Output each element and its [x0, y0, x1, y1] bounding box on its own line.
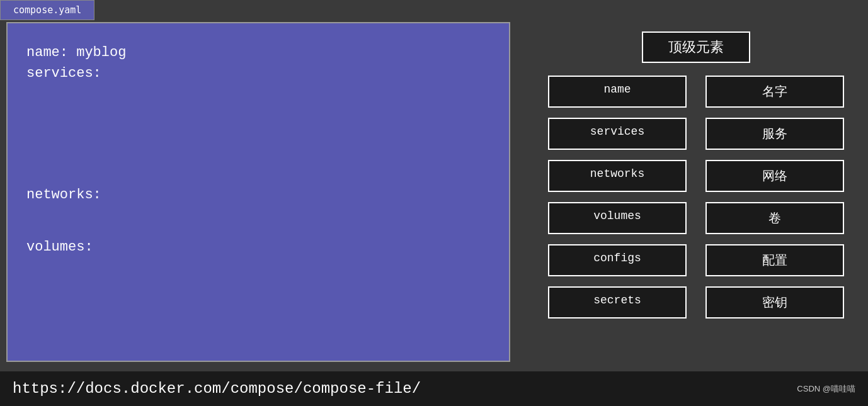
- item-zh-networks: 网络: [705, 160, 844, 192]
- item-zh-configs: 配置: [705, 244, 844, 276]
- item-en-networks: networks: [548, 160, 687, 192]
- yaml-line-1: name: myblog: [26, 42, 490, 63]
- item-zh-secrets: 密钥: [705, 286, 844, 319]
- items-grid: name 名字 services 服务 networks 网络 volumes …: [529, 76, 863, 319]
- yaml-line-2: services:: [26, 63, 490, 84]
- bottom-url[interactable]: https://docs.docker.com/compose/compose-…: [13, 380, 421, 397]
- right-panel: 顶级元素 name 名字 services 服务 networks 网络 vol…: [529, 22, 863, 362]
- bottom-bar: https://docs.docker.com/compose/compose-…: [0, 371, 868, 406]
- tab-bar: compose.yaml: [0, 0, 94, 20]
- yaml-spacer-2: [26, 134, 490, 184]
- compose-yaml-tab[interactable]: compose.yaml: [0, 0, 94, 20]
- item-zh-volumes: 卷: [705, 202, 844, 234]
- item-en-name: name: [548, 76, 687, 108]
- top-element-header: 顶级元素: [642, 31, 750, 63]
- yaml-line-3: networks:: [26, 184, 490, 205]
- item-en-services: services: [548, 118, 687, 150]
- bottom-credit: CSDN @喵哇喵: [797, 383, 855, 395]
- item-zh-name: 名字: [705, 76, 844, 108]
- item-en-secrets: secrets: [548, 286, 687, 319]
- yaml-panel: name: myblog services: networks: volumes…: [6, 22, 510, 362]
- item-zh-services: 服务: [705, 118, 844, 150]
- item-en-volumes: volumes: [548, 202, 687, 234]
- yaml-spacer-1: [26, 84, 490, 134]
- item-en-configs: configs: [548, 244, 687, 276]
- yaml-spacer-3: [26, 205, 490, 237]
- yaml-line-4: volumes:: [26, 237, 490, 257]
